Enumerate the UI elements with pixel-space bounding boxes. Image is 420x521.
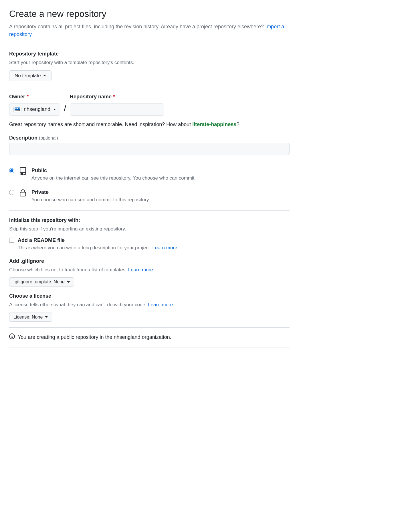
page-subtitle: A repository contains all project files,… [9, 23, 290, 38]
required-indicator: * [113, 94, 115, 100]
chevron-down-icon [53, 109, 56, 110]
info-notice-text: You are creating a public repository in … [18, 333, 171, 341]
description-input[interactable] [9, 143, 290, 155]
name-hint: Great repository names are short and mem… [9, 121, 290, 128]
optional-indicator: (optional) [39, 136, 58, 140]
private-desc: You choose who can see and commit to thi… [31, 196, 290, 204]
name-suggestion[interactable]: literate-happiness [192, 122, 236, 127]
divider [9, 44, 290, 44]
template-label: Repository template [9, 50, 290, 58]
divider [9, 87, 290, 87]
initialize-heading: Initialize this repository with: [9, 216, 290, 224]
divider [9, 347, 290, 347]
repo-icon [18, 167, 27, 175]
gitignore-button-label: .gitignore template: None [13, 279, 65, 285]
initialize-subheading: Skip this step if you're importing an ex… [9, 225, 290, 233]
page-title: Create a new repository [9, 7, 290, 21]
owner-label: Owner * [9, 93, 60, 101]
gitignore-title: Add .gitignore [9, 257, 290, 265]
readme-title: Add a README file [18, 236, 290, 244]
path-separator: / [64, 101, 66, 116]
template-desc: Start your repository with a template re… [9, 59, 290, 66]
visibility-public-radio[interactable] [9, 168, 14, 173]
license-title: Choose a license [9, 292, 290, 300]
public-desc: Anyone on the internet can see this repo… [31, 174, 290, 182]
license-desc: A license tells others what they can and… [9, 301, 290, 309]
readme-desc: This is where you can write a long descr… [18, 244, 290, 252]
lock-icon [18, 188, 27, 197]
readme-learn-more-link[interactable]: Learn more. [152, 245, 179, 250]
divider [9, 161, 290, 161]
info-icon [9, 333, 15, 341]
license-learn-more-link[interactable]: Learn more. [148, 302, 174, 307]
gitignore-select-button[interactable]: .gitignore template: None [9, 277, 74, 287]
chevron-down-icon [43, 75, 46, 76]
owner-avatar: NHS England [13, 107, 21, 112]
description-label: Description (optional) [9, 134, 290, 142]
subtitle-text: A repository contains all project files,… [9, 24, 265, 29]
license-select-button[interactable]: License: None [9, 313, 52, 322]
owner-select-button[interactable]: NHS England nhsengland [9, 104, 60, 116]
required-indicator: * [27, 94, 29, 100]
public-title: Public [31, 167, 290, 174]
gitignore-learn-more-link[interactable]: Learn more. [128, 267, 154, 273]
repo-name-label: Repository name * [70, 93, 164, 101]
owner-name: nhsengland [24, 106, 50, 112]
visibility-private-radio[interactable] [9, 190, 14, 195]
private-title: Private [31, 188, 290, 196]
divider [9, 210, 290, 211]
template-select-button[interactable]: No template [9, 70, 51, 81]
gitignore-desc: Choose which files not to track from a l… [9, 266, 290, 274]
readme-checkbox[interactable] [9, 238, 14, 243]
chevron-down-icon [45, 316, 48, 318]
chevron-down-icon [67, 281, 70, 283]
divider [9, 327, 290, 328]
repo-name-input[interactable] [70, 104, 164, 116]
license-button-label: License: None [13, 315, 43, 320]
template-button-label: No template [15, 73, 41, 79]
